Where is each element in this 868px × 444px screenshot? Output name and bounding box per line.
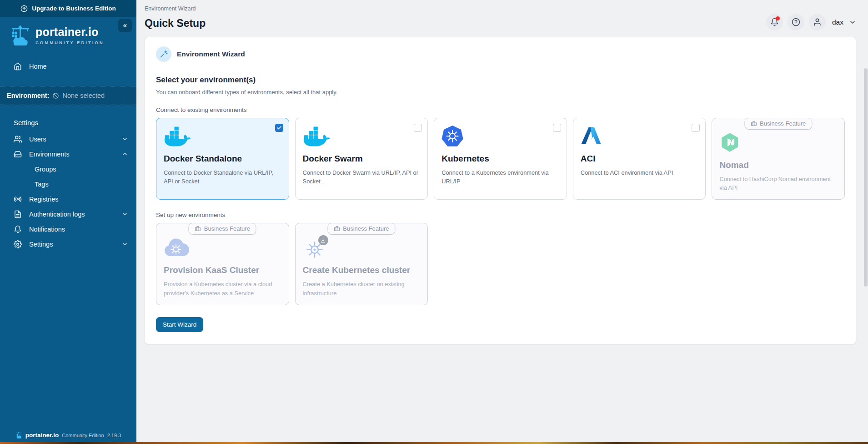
environment-selector-label: Environment:: [7, 92, 49, 99]
sidebar-section-header: Settings: [0, 119, 136, 126]
wand-icon: [156, 46, 171, 62]
azure-icon: [581, 126, 698, 153]
page-header: Environment Wizard Quick Setup dax: [145, 5, 856, 30]
business-feature-badge: Business Feature: [744, 118, 812, 130]
chevron-down-icon: [121, 211, 128, 217]
home-icon: [14, 62, 22, 71]
sidebar-item-settings[interactable]: Settings: [0, 237, 136, 252]
sidebar-collapse-button[interactable]: «: [118, 19, 132, 32]
upgrade-banner-label: Upgrade to Business Edition: [32, 5, 116, 12]
option-description: Connect to HashiCorp Nomad environment v…: [719, 175, 837, 192]
username[interactable]: dax: [832, 18, 843, 26]
option-card-docker-swarm[interactable]: Docker Swarm Connect to Docker Swarm via…: [295, 118, 428, 200]
breadcrumb[interactable]: Environment Wizard: [145, 5, 206, 12]
upgrade-banner[interactable]: Upgrade to Business Edition: [0, 0, 136, 17]
sidebar-item-environments[interactable]: Environments: [0, 146, 136, 161]
kubernetes-icon: [442, 126, 559, 153]
briefcase-icon: [751, 121, 757, 126]
docker-swarm-checkbox[interactable]: [414, 124, 422, 132]
bell-icon: [14, 225, 22, 233]
wizard-header: Environment Wizard: [156, 46, 845, 62]
option-card-kubernetes[interactable]: Kubernetes Connect to a Kubernetes envir…: [434, 118, 567, 200]
docker-standalone-checkbox[interactable]: [275, 124, 283, 132]
option-card-aci[interactable]: ACI Connect to ACI environment via API: [573, 118, 706, 200]
option-title: Create Kubernetes cluster: [303, 265, 421, 275]
option-title: Kubernetes: [442, 154, 559, 164]
sidebar-item-groups[interactable]: Groups: [0, 161, 136, 177]
chevron-up-icon: [121, 151, 128, 157]
aci-checkbox[interactable]: [692, 124, 700, 132]
new-environments-grid: Business Feature Provision Ka: [156, 223, 845, 305]
option-description: Connect to a Kubernetes environment via …: [442, 168, 559, 186]
business-feature-badge: Business Feature: [327, 223, 395, 235]
brand-logo[interactable]: portainer.io COMMUNITY EDITION «: [0, 17, 136, 46]
help-button[interactable]: [788, 14, 804, 30]
sidebar-item-authentication-logs[interactable]: Authentication logs: [0, 207, 136, 222]
main-content: Environment Wizard Quick Setup dax: [136, 0, 868, 444]
environment-selector[interactable]: Environment: None selected: [0, 86, 136, 105]
business-feature-badge: Business Feature: [189, 223, 256, 235]
wizard-title: Environment Wizard: [177, 50, 245, 58]
option-title: Nomad: [719, 160, 837, 170]
sidebar-item-label: Notifications: [29, 226, 65, 233]
chevron-down-icon[interactable]: [849, 19, 856, 26]
sidebar-item-home[interactable]: Home: [0, 57, 136, 76]
help-circle-icon: [792, 18, 800, 26]
page-title: Quick Setup: [145, 17, 206, 30]
option-description: Create a Kubernetes cluster on existing …: [303, 280, 421, 297]
sidebar-item-label: Authentication logs: [29, 211, 85, 218]
page-scrollbar[interactable]: [863, 0, 868, 442]
sidebar-item-users[interactable]: Users: [0, 131, 136, 146]
start-wizard-button[interactable]: Start Wizard: [156, 317, 203, 332]
kubernetes-checkbox[interactable]: [553, 124, 561, 132]
chevron-down-icon: [121, 136, 128, 142]
sidebar-item-label: Settings: [29, 241, 53, 248]
option-description: Connect to Docker Standalone via URL/IP,…: [164, 168, 281, 186]
portainer-footer-logo-icon: [15, 432, 22, 439]
user-icon: [813, 18, 822, 26]
file-text-icon: [14, 210, 22, 218]
ban-icon: [52, 92, 59, 99]
footer-edition: Community Edition: [62, 433, 104, 438]
sidebar: Upgrade to Business Edition port: [0, 0, 136, 444]
kubernetes-wheel-icon: [303, 237, 328, 262]
notifications-button[interactable]: [766, 14, 783, 30]
sidebar-item-notifications[interactable]: Notifications: [0, 222, 136, 237]
option-title: ACI: [581, 154, 698, 164]
option-card-create-kubernetes: Business Feature: [295, 223, 428, 305]
scrollbar-thumb[interactable]: [864, 68, 868, 287]
sidebar-nav: Users Environments Groups Tags Registrie…: [0, 131, 136, 252]
sidebar-item-label: Users: [29, 136, 46, 143]
sidebar-footer[interactable]: portainer.io Community Edition 2.19.3: [0, 432, 136, 439]
section-title: Select your environment(s): [156, 76, 845, 85]
section-subtitle: You can onboard different types of envir…: [156, 89, 845, 96]
footer-brand: portainer.io: [25, 432, 59, 439]
environment-wizard-panel: Environment Wizard Select your environme…: [145, 37, 856, 344]
sidebar-item-label: Tags: [35, 181, 49, 188]
option-card-nomad: Business Feature Nomad Connect to HashiC…: [712, 118, 845, 200]
brand-edition: COMMUNITY EDITION: [35, 40, 104, 45]
sidebar-item-tags[interactable]: Tags: [0, 177, 136, 192]
sidebar-item-registries[interactable]: Registries: [0, 192, 136, 207]
portainer-logo-icon: [10, 25, 31, 46]
user-menu-button[interactable]: [809, 14, 826, 30]
briefcase-icon: [334, 226, 340, 232]
footer-version: 2.19.3: [107, 433, 121, 438]
option-title: Docker Swarm: [303, 154, 421, 164]
option-title: Docker Standalone: [164, 154, 281, 164]
users-icon: [14, 135, 22, 143]
sidebar-item-label: Registries: [29, 196, 58, 203]
sidebar-item-label: Home: [29, 63, 47, 70]
radio-icon: [14, 195, 22, 203]
header-actions: dax: [766, 14, 856, 30]
check-icon: [276, 125, 282, 131]
option-description: Provision a Kubernetes cluster via a clo…: [164, 280, 281, 297]
option-title: Provision KaaS Cluster: [164, 265, 281, 275]
option-card-docker-standalone[interactable]: Docker Standalone Connect to Docker Stan…: [156, 118, 289, 200]
brand-name: portainer.io: [35, 26, 104, 38]
gear-icon: [14, 240, 22, 248]
nomad-icon: [719, 132, 837, 159]
option-card-provision-kaas: Business Feature Provision Ka: [156, 223, 289, 305]
notification-dot: [776, 16, 780, 20]
existing-environments-label: Connect to existing environments: [156, 106, 845, 113]
